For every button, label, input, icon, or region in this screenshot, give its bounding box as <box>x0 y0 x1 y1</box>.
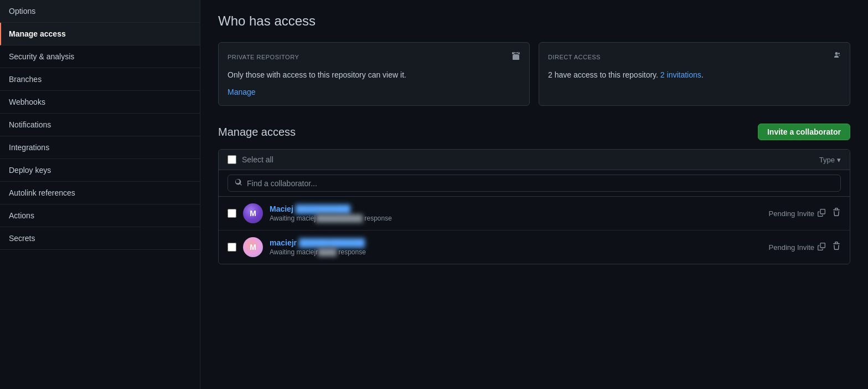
copy-icon[interactable] <box>818 243 825 252</box>
collaborators-table: Select all Type ▾ MMaciej ██████████Awai… <box>218 149 850 264</box>
collab-info: Maciej ██████████Awaiting maciej████████… <box>270 204 762 222</box>
sidebar-item-security-analysis[interactable]: Security & analysis <box>0 45 200 68</box>
main-content: Who has access PRIVATE REPOSITORY Only t… <box>200 0 868 389</box>
table-header: Select all Type ▾ <box>219 150 850 170</box>
manage-access-title: Manage access <box>218 126 296 139</box>
search-input-wrap <box>228 175 841 192</box>
status-badge: Pending Invite <box>769 243 814 252</box>
collab-info: maciejr ████████████Awaiting maciejr████… <box>270 238 762 256</box>
direct-access-label: DIRECT ACCESS <box>548 52 841 63</box>
direct-access-text: 2 have access to this repository. 2 invi… <box>548 69 841 81</box>
page-title: Who has access <box>218 13 850 29</box>
status-badge: Pending Invite <box>769 209 814 218</box>
invitations-link[interactable]: 2 invitations <box>660 70 701 79</box>
sidebar-item-actions[interactable]: Actions <box>0 204 200 227</box>
direct-access-card: DIRECT ACCESS 2 have access to this repo… <box>539 42 850 106</box>
chevron-down-icon: ▾ <box>837 156 841 164</box>
private-card-text: Only those with access to this repositor… <box>228 69 520 81</box>
collab-name[interactable]: maciejr ████████████ <box>270 238 762 247</box>
manage-access-header: Manage access Invite a collaborator <box>218 124 850 140</box>
collaborators-list: MMaciej ██████████Awaiting maciej███████… <box>219 197 850 264</box>
sidebar-item-autolink-references[interactable]: Autolink references <box>0 182 200 204</box>
collab-status: Pending Invite <box>769 209 825 218</box>
invite-collaborator-button[interactable]: Invite a collaborator <box>758 124 850 140</box>
copy-icon[interactable] <box>818 209 825 218</box>
sidebar-item-notifications[interactable]: Notifications <box>0 114 200 136</box>
select-all-checkbox[interactable] <box>228 155 236 164</box>
table-row: MMaciej ██████████Awaiting maciej███████… <box>219 197 850 231</box>
delete-icon[interactable] <box>832 208 841 219</box>
sidebar-item-deploy-keys[interactable]: Deploy keys <box>0 159 200 182</box>
sidebar-item-webhooks[interactable]: Webhooks <box>0 91 200 114</box>
search-input[interactable] <box>247 179 834 188</box>
delete-icon[interactable] <box>832 242 841 253</box>
collab-checkbox-0[interactable] <box>228 209 236 218</box>
manage-link[interactable]: Manage <box>228 88 256 96</box>
search-icon <box>235 178 242 188</box>
avatar: M <box>243 203 263 223</box>
collab-sub: Awaiting maciej██████████ response <box>270 214 762 222</box>
private-icon <box>512 52 520 63</box>
private-card-label: PRIVATE REPOSITORY <box>228 52 520 63</box>
direct-access-icon <box>832 52 841 63</box>
collab-status: Pending Invite <box>769 243 825 252</box>
collab-sub: Awaiting maciejr████ response <box>270 248 762 256</box>
sidebar-item-integrations[interactable]: Integrations <box>0 136 200 159</box>
collab-checkbox-1[interactable] <box>228 243 236 252</box>
collab-name[interactable]: Maciej ██████████ <box>270 204 762 213</box>
sidebar-item-secrets[interactable]: Secrets <box>0 227 200 250</box>
table-row: Mmaciejr ████████████Awaiting maciejr███… <box>219 231 850 264</box>
access-cards-row: PRIVATE REPOSITORY Only those with acces… <box>218 42 850 106</box>
type-filter[interactable]: Type ▾ <box>819 156 841 164</box>
avatar: M <box>243 237 263 257</box>
private-repo-card: PRIVATE REPOSITORY Only those with acces… <box>218 42 530 106</box>
sidebar-item-options[interactable]: Options <box>0 0 200 23</box>
select-all-label: Select all <box>242 155 273 164</box>
sidebar-item-manage-access[interactable]: Manage access <box>0 23 200 45</box>
search-row <box>219 170 850 197</box>
select-all-area: Select all <box>228 155 273 164</box>
sidebar-item-branches[interactable]: Branches <box>0 68 200 91</box>
sidebar: OptionsManage accessSecurity & analysisB… <box>0 0 200 389</box>
